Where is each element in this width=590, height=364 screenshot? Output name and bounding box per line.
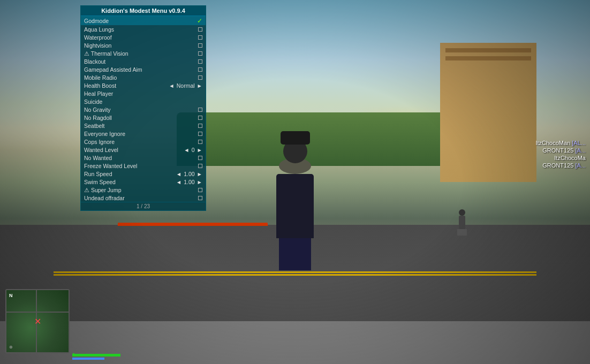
minimap-level: ⊕ [9, 345, 13, 350]
pedestrian [457, 209, 467, 236]
player-character [271, 139, 319, 257]
player-name-0: ItzChocoMan [535, 140, 570, 146]
character-hat [281, 131, 310, 145]
menu-item-label-14: Everyone Ignore [84, 131, 196, 137]
menu-item-value-2 [198, 35, 202, 40]
menu-footer: 1 / 23 [81, 202, 206, 210]
menu-item-14[interactable]: Everyone Ignore [81, 130, 206, 138]
road-marking [54, 274, 536, 276]
menu-item-11[interactable]: No Gravity [81, 105, 206, 113]
player-entry-2: ItzChocoMa [531, 154, 590, 162]
menu-item-value-13 [198, 124, 202, 128]
menu-item-17[interactable]: No Wanted [81, 154, 206, 162]
menu-item-0[interactable]: Godmode✓ [81, 16, 206, 25]
red-curb [118, 223, 268, 226]
menu-item-label-22: Undead offradar [84, 195, 196, 201]
menu-item-value-6 [198, 67, 202, 72]
menu-item-13[interactable]: Seatbelt [81, 122, 206, 130]
menu-item-19[interactable]: Run Speed◄1.00► [81, 170, 206, 178]
hud-bars [72, 353, 137, 360]
menu-item-label-16: Wanted Level [84, 147, 181, 153]
menu-item-label-9: Heal Player [84, 90, 200, 97]
menu-item-label-15: Cops Ignore [84, 139, 196, 145]
menu-item-value-11 [198, 108, 202, 112]
hud-money-icon: $ [72, 352, 75, 358]
menu-item-value-20: ◄1.00► [176, 179, 202, 185]
menu-item-label-3: Nightvision [84, 42, 196, 49]
player-entry-0: ItzChocoMan [AL... [531, 139, 590, 147]
menu-item-value-1 [198, 27, 202, 32]
menu-item-value-14 [198, 132, 202, 136]
menu-item-value-19: ◄1.00► [176, 171, 202, 177]
menu-item-value-22 [198, 196, 202, 200]
menu-item-value-15 [198, 140, 202, 144]
menu-item-9[interactable]: Heal Player [81, 89, 206, 97]
player-tag-0: [AL... [572, 140, 586, 146]
menu-item-label-8: Health Boost [84, 82, 167, 89]
character-head [283, 139, 307, 163]
menu-item-8[interactable]: Health Boost◄Normal► [81, 81, 206, 89]
road-marking-2 [54, 271, 536, 273]
menu-item-value-17 [198, 156, 202, 160]
menu-item-value-18 [198, 164, 202, 168]
health-bar [72, 354, 120, 357]
building [440, 43, 536, 182]
menu-item-label-18: Freeze Wanted Level [84, 163, 196, 169]
menu-item-value-12 [198, 116, 202, 120]
mod-menu: Kiddion's Modest Menu v0.9.4 Godmode✓Aqu… [80, 5, 206, 211]
menu-item-label-13: Seatbelt [84, 123, 196, 129]
menu-item-20[interactable]: Swim Speed◄1.00► [81, 178, 206, 186]
player-tag-1: [A... [575, 147, 586, 154]
menu-item-label-21: ⚠ Super Jump [84, 187, 196, 193]
menu-item-18[interactable]: Freeze Wanted Level [81, 162, 206, 170]
menu-items: Godmode✓Aqua LungsWaterproofNightvision⚠… [81, 16, 206, 202]
player-tag-3: [A... [575, 162, 586, 169]
character-legs [279, 238, 311, 270]
menu-item-10[interactable]: Suicide [81, 97, 206, 105]
menu-item-label-5: Blackout [84, 58, 196, 65]
player-entry-3: GRONT125 [A... [531, 162, 590, 169]
player-name-2: ItzChocoMa [554, 155, 586, 161]
menu-item-label-17: No Wanted [84, 155, 196, 161]
menu-item-1[interactable]: Aqua Lungs [81, 25, 206, 33]
menu-item-12[interactable]: No Ragdoll [81, 113, 206, 122]
menu-item-label-4: ⚠ Thermal Vision [84, 50, 196, 57]
menu-item-4[interactable]: ⚠ Thermal Vision [81, 49, 206, 57]
menu-item-value-0: ✓ [197, 17, 202, 25]
menu-item-16[interactable]: Wanted Level◄0► [81, 146, 206, 154]
menu-item-label-20: Swim Speed [84, 179, 174, 185]
minimap-compass: N [9, 293, 13, 298]
menu-item-label-10: Suicide [84, 98, 200, 105]
character-body [276, 174, 314, 238]
menu-item-6[interactable]: Gamepad Assisted Aim [81, 65, 206, 73]
minimap-crosshair: ✕ [34, 316, 41, 327]
player-list: ItzChocoMan [AL...GRONT125 [A...ItzChoco… [531, 139, 590, 169]
menu-item-3[interactable]: Nightvision [81, 41, 206, 49]
menu-item-label-1: Aqua Lungs [84, 26, 196, 33]
armor-bar [72, 358, 104, 360]
menu-item-label-12: No Ragdoll [84, 115, 196, 121]
minimap: N ✕ ⊕ [5, 289, 70, 353]
menu-item-value-16: ◄0► [184, 147, 202, 153]
menu-item-value-8: ◄Normal► [169, 82, 202, 89]
menu-item-7[interactable]: Mobile Radio [81, 73, 206, 81]
menu-item-21[interactable]: ⚠ Super Jump [81, 186, 206, 194]
menu-item-value-5 [198, 59, 202, 64]
menu-item-value-4 [198, 51, 202, 56]
menu-title: Kiddion's Modest Menu v0.9.4 [81, 6, 206, 16]
menu-item-15[interactable]: Cops Ignore [81, 138, 206, 146]
menu-item-value-21 [198, 188, 202, 192]
menu-item-value-7 [198, 75, 202, 80]
menu-item-22[interactable]: Undead offradar [81, 194, 206, 202]
player-name-3: GRONT125 [542, 162, 573, 169]
menu-item-2[interactable]: Waterproof [81, 33, 206, 41]
menu-item-label-2: Waterproof [84, 34, 196, 41]
player-entry-1: GRONT125 [A... [531, 147, 590, 154]
menu-item-value-3 [198, 43, 202, 48]
menu-item-label-0: Godmode [84, 18, 195, 24]
menu-item-5[interactable]: Blackout [81, 57, 206, 65]
menu-item-label-19: Run Speed [84, 171, 174, 177]
menu-item-label-7: Mobile Radio [84, 74, 196, 81]
player-name-1: GRONT125 [542, 147, 573, 154]
menu-item-label-6: Gamepad Assisted Aim [84, 66, 196, 73]
